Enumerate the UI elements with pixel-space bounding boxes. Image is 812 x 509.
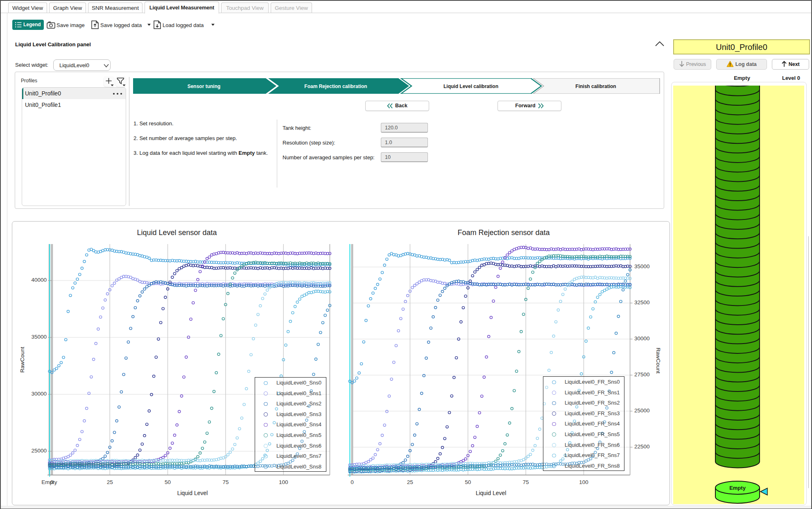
svg-text:Finish calibration: Finish calibration <box>575 84 616 89</box>
svg-text:Foam Rejection calibration: Foam Rejection calibration <box>304 84 367 89</box>
svg-text:Sensor tuning: Sensor tuning <box>188 84 221 89</box>
svg-text:Empty: Empty <box>729 485 746 491</box>
svg-text:Liquid Level calibration: Liquid Level calibration <box>443 84 498 89</box>
